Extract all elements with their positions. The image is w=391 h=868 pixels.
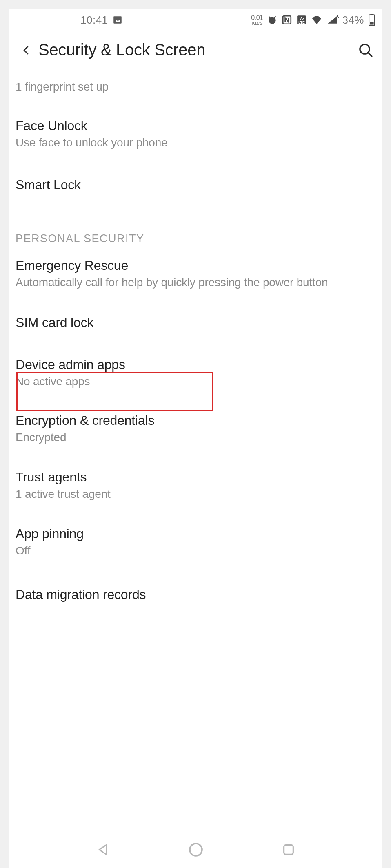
- svg-text:LTE: LTE: [299, 20, 305, 24]
- list-item-sim-card-lock[interactable]: SIM card lock: [16, 302, 375, 347]
- alarm-icon: [267, 15, 278, 25]
- battery-percentage: 34%: [342, 14, 364, 27]
- list-item-subtitle: Use face to unlock your phone: [16, 135, 375, 150]
- list-item-subtitle: 1 fingerprint set up: [16, 79, 375, 95]
- list-item-title: Encryption & credentials: [16, 413, 375, 428]
- svg-rect-0: [113, 16, 122, 23]
- list-item-subtitle: Encrypted: [16, 430, 375, 445]
- section-header-personal-security: PERSONAL SECURITY: [16, 207, 375, 248]
- image-icon: [112, 15, 123, 25]
- svg-rect-17: [284, 845, 293, 855]
- back-button[interactable]: [14, 44, 38, 56]
- svg-line-14: [368, 52, 372, 56]
- svg-marker-15: [99, 845, 107, 855]
- nfc-icon: [282, 15, 292, 25]
- status-time: 10:41: [80, 14, 108, 27]
- page-header: Security & Lock Screen: [9, 31, 382, 73]
- settings-list: 1 fingerprint set up Face Unlock Use fac…: [9, 73, 382, 618]
- list-item-subtitle: Off: [16, 543, 375, 559]
- list-item-title: Emergency Rescue: [16, 258, 375, 273]
- network-speed: 0.01 KB/S: [251, 15, 263, 26]
- svg-point-16: [190, 844, 202, 856]
- list-item-title: App pinning: [16, 526, 375, 541]
- search-button[interactable]: [353, 42, 374, 58]
- list-item-encryption-credentials[interactable]: Encryption & credentials Encrypted: [16, 399, 375, 457]
- list-item-subtitle: 1 active trust agent: [16, 486, 375, 502]
- navigation-bar: [9, 831, 382, 868]
- svg-marker-9: [328, 16, 337, 24]
- battery-icon: [368, 14, 375, 26]
- list-item-face-unlock[interactable]: Face Unlock Use face to unlock your phon…: [16, 106, 375, 163]
- nav-recent-button[interactable]: [282, 843, 295, 857]
- list-item-emergency-rescue[interactable]: Emergency Rescue Automatically call for …: [16, 248, 375, 303]
- svg-rect-12: [370, 22, 373, 25]
- list-item-subtitle: Automatically call for help by quickly p…: [16, 275, 375, 290]
- nav-home-button[interactable]: [188, 841, 204, 858]
- svg-line-4: [274, 16, 276, 18]
- list-item-title: Smart Lock: [16, 177, 375, 192]
- svg-point-2: [269, 17, 276, 24]
- list-item-device-admin-apps[interactable]: Device admin apps No active apps: [16, 347, 375, 399]
- list-item-title: Device admin apps: [16, 357, 375, 372]
- list-item-title: Face Unlock: [16, 118, 375, 133]
- list-item-title: Data migration records: [16, 587, 375, 602]
- list-item-smart-lock[interactable]: Smart Lock: [16, 163, 375, 207]
- status-bar: 10:41 0.01 KB/S VoLTE: [9, 9, 382, 31]
- nav-back-button[interactable]: [96, 842, 110, 857]
- list-item-title: Trust agents: [16, 470, 375, 485]
- svg-line-3: [269, 16, 271, 18]
- page-title: Security & Lock Screen: [38, 41, 353, 59]
- volte-icon: VoLTE: [296, 15, 307, 25]
- list-item-app-pinning[interactable]: App pinning Off: [16, 514, 375, 571]
- svg-text:Vo: Vo: [300, 16, 304, 20]
- list-item-fingerprint[interactable]: 1 fingerprint set up: [16, 73, 375, 106]
- list-item-data-migration-records[interactable]: Data migration records: [16, 571, 375, 618]
- list-item-trust-agents[interactable]: Trust agents 1 active trust agent: [16, 457, 375, 514]
- list-item-subtitle: No active apps: [16, 374, 375, 389]
- list-item-title: SIM card lock: [16, 315, 375, 330]
- signal-icon: x: [327, 15, 338, 24]
- screen: 10:41 0.01 KB/S VoLTE: [9, 9, 382, 868]
- wifi-icon: [311, 15, 322, 24]
